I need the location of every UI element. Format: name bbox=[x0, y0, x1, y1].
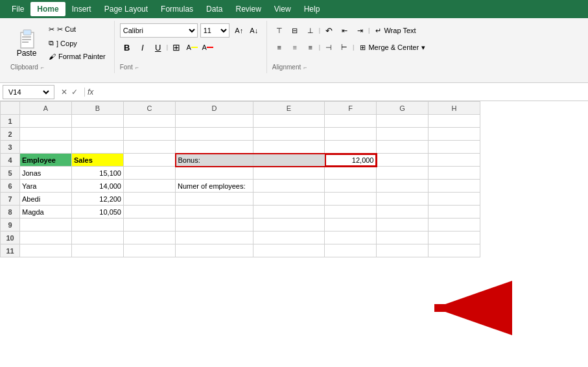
cell-D7[interactable] bbox=[176, 193, 253, 206]
cell-C4[interactable] bbox=[124, 154, 176, 167]
cell-H8[interactable] bbox=[429, 206, 480, 219]
cell-H1[interactable] bbox=[429, 115, 480, 128]
cell-B5[interactable]: 15,100 bbox=[72, 167, 124, 180]
indent-decrease-button[interactable]: ⇤ bbox=[337, 23, 351, 38]
cell-H5[interactable] bbox=[429, 167, 480, 180]
cell-H6[interactable] bbox=[429, 180, 480, 193]
name-box[interactable]: V14 bbox=[3, 85, 54, 99]
text-direction-button[interactable]: ↶ bbox=[322, 23, 336, 38]
font-color-button[interactable]: A bbox=[200, 40, 215, 54]
cell-H7[interactable] bbox=[429, 193, 480, 206]
cell-C10[interactable] bbox=[124, 231, 176, 244]
format-painter-button[interactable]: 🖌 Format Painter bbox=[45, 51, 109, 62]
cell-C11[interactable] bbox=[124, 244, 176, 257]
cell-A9[interactable] bbox=[20, 219, 72, 231]
cell-H3[interactable] bbox=[429, 141, 480, 154]
row-header-1[interactable]: 1 bbox=[1, 115, 20, 128]
cell-C6[interactable] bbox=[124, 180, 176, 193]
italic-button[interactable]: I bbox=[135, 40, 150, 54]
cell-G3[interactable] bbox=[377, 141, 429, 154]
cell-E2[interactable] bbox=[253, 128, 325, 141]
col-header-h[interactable]: H bbox=[429, 102, 480, 115]
col-header-g[interactable]: G bbox=[377, 102, 429, 115]
cell-B10[interactable] bbox=[72, 231, 124, 244]
cell-E11[interactable] bbox=[253, 244, 325, 257]
cell-F6[interactable] bbox=[325, 180, 377, 193]
align-middle-button[interactable]: ⊟ bbox=[288, 23, 302, 38]
increase-indent-button[interactable]: ⊢ bbox=[337, 40, 351, 54]
row-header-5[interactable]: 5 bbox=[1, 167, 20, 180]
wrap-text-button[interactable]: ↵ Wrap Text bbox=[371, 25, 420, 37]
decrease-indent-button[interactable]: ⊣ bbox=[322, 40, 336, 54]
cell-H9[interactable] bbox=[429, 219, 480, 231]
cell-G11[interactable] bbox=[377, 244, 429, 257]
row-header-8[interactable]: 8 bbox=[1, 206, 20, 219]
menu-item-data[interactable]: Data bbox=[200, 2, 229, 16]
cell-E8[interactable] bbox=[253, 206, 325, 219]
cell-H10[interactable] bbox=[429, 231, 480, 244]
cell-F7[interactable] bbox=[325, 193, 377, 206]
cell-C3[interactable] bbox=[124, 141, 176, 154]
cell-F5[interactable] bbox=[325, 167, 377, 180]
menu-item-home[interactable]: Home bbox=[30, 2, 65, 16]
cell-C1[interactable] bbox=[124, 115, 176, 128]
confirm-formula-icon[interactable]: ✓ bbox=[71, 88, 78, 97]
cell-D11[interactable] bbox=[176, 244, 253, 257]
cell-D1[interactable] bbox=[176, 115, 253, 128]
merge-center-button[interactable]: ⊞ Merge & Center ▾ bbox=[355, 41, 430, 54]
cell-E3[interactable] bbox=[253, 141, 325, 154]
col-header-e[interactable]: E bbox=[253, 102, 325, 115]
cell-G7[interactable] bbox=[377, 193, 429, 206]
cell-A3[interactable] bbox=[20, 141, 72, 154]
menu-item-view[interactable]: View bbox=[268, 2, 298, 16]
borders-button[interactable]: ⊞ bbox=[169, 40, 183, 54]
col-header-f[interactable]: F bbox=[325, 102, 377, 115]
cell-E5[interactable] bbox=[253, 167, 325, 180]
cell-F9[interactable] bbox=[325, 219, 377, 231]
cell-A4[interactable]: Employee bbox=[20, 154, 72, 167]
menu-item-insert[interactable]: Insert bbox=[65, 2, 98, 16]
col-header-c[interactable]: C bbox=[124, 102, 176, 115]
cell-B3[interactable] bbox=[72, 141, 124, 154]
align-left-button[interactable]: ≡ bbox=[272, 40, 287, 54]
row-header-3[interactable]: 3 bbox=[1, 141, 20, 154]
cell-G8[interactable] bbox=[377, 206, 429, 219]
cell-E6[interactable] bbox=[253, 180, 325, 193]
cell-A6[interactable]: Yara bbox=[20, 180, 72, 193]
cell-D10[interactable] bbox=[176, 231, 253, 244]
copy-button[interactable]: ⧉ ] Copy bbox=[45, 37, 109, 49]
row-header-10[interactable]: 10 bbox=[1, 231, 20, 244]
row-header-9[interactable]: 9 bbox=[1, 219, 20, 231]
cell-A2[interactable] bbox=[20, 128, 72, 141]
cell-E7[interactable] bbox=[253, 193, 325, 206]
fill-color-button[interactable]: A bbox=[185, 40, 199, 54]
cell-E9[interactable] bbox=[253, 219, 325, 231]
cell-C5[interactable] bbox=[124, 167, 176, 180]
cancel-formula-icon[interactable]: ✕ bbox=[61, 88, 67, 97]
cell-F4[interactable]: 12,000 bbox=[325, 154, 377, 167]
col-header-b[interactable]: B bbox=[72, 102, 124, 115]
cell-A7[interactable]: Abedi bbox=[20, 193, 72, 206]
alignment-expand-icon[interactable]: ⌐ bbox=[303, 64, 307, 71]
cell-A8[interactable]: Magda bbox=[20, 206, 72, 219]
cell-C9[interactable] bbox=[124, 219, 176, 231]
cell-B8[interactable]: 10,050 bbox=[72, 206, 124, 219]
cell-D6[interactable]: Numer of employees: bbox=[176, 180, 253, 193]
cell-A1[interactable] bbox=[20, 115, 72, 128]
font-name-select[interactable]: Calibri Arial Times New Roman bbox=[120, 23, 198, 38]
cell-G10[interactable] bbox=[377, 231, 429, 244]
align-right-button[interactable]: ≡ bbox=[303, 40, 318, 54]
cell-B6[interactable]: 14,000 bbox=[72, 180, 124, 193]
col-header-a[interactable]: A bbox=[20, 102, 72, 115]
font-size-select[interactable]: 11 10 12 14 bbox=[200, 23, 229, 38]
row-header-11[interactable]: 11 bbox=[1, 244, 20, 257]
cell-F1[interactable] bbox=[325, 115, 377, 128]
align-center-button[interactable]: ≡ bbox=[288, 40, 302, 54]
cell-E4[interactable] bbox=[253, 154, 325, 167]
cell-G5[interactable] bbox=[377, 167, 429, 180]
cut-button[interactable]: ✂ ✂ Cut bbox=[45, 23, 109, 36]
cell-A10[interactable] bbox=[20, 231, 72, 244]
row-header-7[interactable]: 7 bbox=[1, 193, 20, 206]
clipboard-expand-icon[interactable]: ⌐ bbox=[41, 64, 44, 71]
menu-item-review[interactable]: Review bbox=[229, 2, 267, 16]
